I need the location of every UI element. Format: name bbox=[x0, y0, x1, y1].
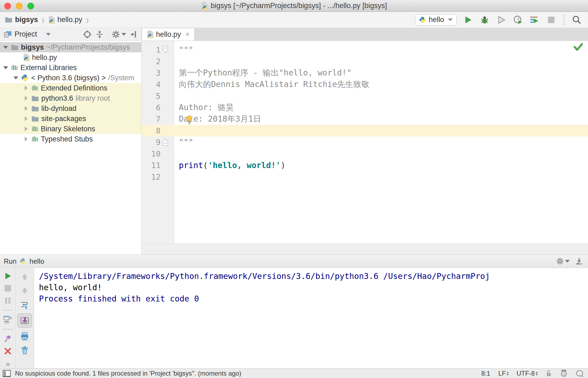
run-with-coverage-button[interactable] bbox=[496, 14, 507, 25]
editor-tab-bar: hello.py × bbox=[142, 28, 588, 41]
chevron-right-icon[interactable] bbox=[23, 126, 29, 131]
tree-item-binary-skeletons[interactable]: Binary Skeletons bbox=[0, 124, 141, 134]
project-tree: bigsys ~/PycharmProjects/bigsys hello.py… bbox=[0, 41, 141, 255]
fold-end-marker[interactable] bbox=[162, 138, 169, 147]
line-separator-selector[interactable]: LF▴▾ bbox=[498, 370, 509, 377]
breadcrumb-project[interactable]: bigsys bbox=[15, 16, 38, 24]
print-button[interactable] bbox=[19, 331, 30, 341]
run-configuration-select[interactable]: hello bbox=[415, 14, 457, 26]
tree-item-python-interpreter[interactable]: < Python 3.6 (bigsys) > /System bbox=[0, 73, 141, 83]
breadcrumb-file[interactable]: hello.py bbox=[57, 16, 82, 24]
encoding-selector[interactable]: UTF-8▴▾ bbox=[517, 370, 538, 377]
event-log-bubble-icon[interactable] bbox=[576, 370, 584, 377]
project-view-icon bbox=[4, 31, 12, 38]
stop-button[interactable] bbox=[2, 284, 13, 293]
minimize-window-button[interactable] bbox=[16, 3, 23, 9]
traffic-lights bbox=[4, 3, 34, 9]
collapse-all-button[interactable] bbox=[95, 30, 104, 39]
close-window-button[interactable] bbox=[4, 3, 11, 9]
status-bar: No suspicious code found. 1 files proces… bbox=[0, 368, 588, 378]
run-console[interactable]: /System/Library/Frameworks/Python.framew… bbox=[34, 268, 588, 368]
unlock-icon[interactable] bbox=[546, 370, 552, 377]
chevron-down-icon[interactable] bbox=[13, 77, 19, 79]
toolwindow-toggle-icon[interactable] bbox=[3, 370, 11, 377]
down-stacktrace-button[interactable] bbox=[19, 286, 30, 296]
tree-item-label: hello.py bbox=[32, 53, 57, 62]
clear-console-button[interactable] bbox=[19, 345, 30, 355]
gear-icon[interactable] bbox=[556, 257, 570, 265]
tab-hello-py[interactable]: hello.py × bbox=[142, 28, 195, 41]
inspections-ok-icon[interactable] bbox=[574, 43, 583, 51]
chevron-right-icon[interactable] bbox=[23, 137, 29, 141]
code-editor[interactable]: 1""" 2 3第一个Python程序 - 输出"hello, world!" … bbox=[142, 41, 588, 243]
tree-item-hello-py[interactable]: hello.py bbox=[0, 52, 141, 63]
hide-panel-button[interactable] bbox=[130, 30, 138, 38]
caret-position[interactable]: 8:1 bbox=[481, 370, 490, 377]
pause-button[interactable] bbox=[2, 296, 13, 305]
run-button[interactable] bbox=[463, 14, 473, 25]
tree-item-label: site-packages bbox=[41, 115, 86, 123]
tree-item-typeshed-stubs[interactable]: Typeshed Stubs bbox=[0, 134, 141, 144]
hector-inspector-icon[interactable] bbox=[560, 369, 568, 377]
python-logo-icon bbox=[419, 16, 426, 23]
locate-file-button[interactable] bbox=[83, 30, 92, 39]
up-stacktrace-button[interactable] bbox=[19, 272, 30, 282]
search-everywhere-icon[interactable] bbox=[571, 14, 582, 25]
library-icon bbox=[11, 64, 18, 71]
more-options-icon[interactable]: » bbox=[6, 359, 10, 368]
dock-pinned-icon[interactable] bbox=[575, 257, 583, 265]
tab-label: hello.py bbox=[156, 30, 181, 39]
run-panel-config-name: hello bbox=[30, 257, 44, 266]
soft-wrap-button[interactable] bbox=[19, 300, 30, 310]
tree-item-python36[interactable]: python3.6 library root bbox=[0, 93, 141, 103]
editor-scrollbar-track[interactable] bbox=[142, 243, 588, 255]
tree-item-label: Typeshed Stubs bbox=[41, 135, 93, 143]
tree-item-external-libraries[interactable]: External Libraries bbox=[0, 63, 141, 73]
tree-item-site-packages[interactable]: site-packages bbox=[0, 114, 141, 124]
chevron-down-icon bbox=[448, 19, 453, 21]
run-panel-header[interactable]: Run hello bbox=[0, 255, 588, 268]
debug-button[interactable] bbox=[479, 14, 490, 25]
chevron-right-icon: › bbox=[41, 13, 46, 26]
fold-start-marker[interactable] bbox=[162, 46, 169, 55]
restore-layout-button[interactable] bbox=[2, 315, 13, 324]
profiler-button[interactable] bbox=[513, 14, 523, 25]
close-icon[interactable]: × bbox=[184, 30, 190, 39]
code-line: 向伟大的Dennis MacAlistair Ritchie先生致敬 bbox=[174, 79, 369, 90]
line-number: 2 bbox=[142, 57, 166, 66]
pin-tab-button[interactable] bbox=[2, 335, 13, 343]
tree-item-extended-definitions[interactable]: Extended Definitions bbox=[0, 83, 141, 93]
tree-item-lib-dynload[interactable]: lib-dynload bbox=[0, 103, 141, 114]
scroll-to-end-button[interactable] bbox=[17, 314, 32, 328]
rerun-button[interactable] bbox=[2, 272, 13, 280]
tree-item-label: < Python 3.6 (bigsys) > bbox=[31, 74, 106, 82]
tree-item-label: python3.6 bbox=[41, 94, 73, 103]
chevron-right-icon[interactable] bbox=[23, 106, 29, 111]
zoom-window-button[interactable] bbox=[27, 3, 34, 9]
chevron-right-icon[interactable] bbox=[23, 86, 29, 90]
folder-icon bbox=[31, 95, 39, 101]
chevron-right-icon[interactable] bbox=[23, 96, 29, 101]
project-view-selector[interactable]: Project bbox=[0, 30, 50, 38]
tree-item-bigsys[interactable]: bigsys ~/PycharmProjects/bigsys bbox=[0, 42, 141, 52]
library-icon bbox=[31, 136, 38, 143]
chevron-down-icon[interactable] bbox=[3, 66, 9, 69]
navigation-bar: bigsys › hello.py › hello bbox=[0, 12, 588, 28]
string-literal: 'hello, world!' bbox=[208, 161, 281, 170]
stop-button[interactable] bbox=[546, 14, 557, 25]
window-title: bigsys [~/PycharmProjects/bigsys] - .../… bbox=[211, 2, 387, 10]
library-icon bbox=[31, 85, 38, 92]
chevron-down-icon[interactable] bbox=[3, 46, 9, 49]
gear-icon[interactable] bbox=[112, 30, 126, 39]
tree-item-type: library root bbox=[76, 94, 110, 103]
line-number: 10 bbox=[142, 149, 166, 158]
chevron-right-icon[interactable] bbox=[23, 116, 29, 121]
close-panel-button[interactable] bbox=[2, 347, 13, 355]
status-message[interactable]: No suspicious code found. 1 files proces… bbox=[15, 370, 241, 377]
line-number: 4 bbox=[142, 80, 166, 89]
concurrency-diagram-button[interactable] bbox=[529, 14, 540, 25]
intention-bulb-icon[interactable] bbox=[185, 115, 193, 125]
folder-icon bbox=[11, 44, 19, 50]
run-panel: » /System/Library/Frameworks/Python.fram… bbox=[0, 268, 588, 368]
run-configuration-label: hello bbox=[429, 16, 444, 24]
